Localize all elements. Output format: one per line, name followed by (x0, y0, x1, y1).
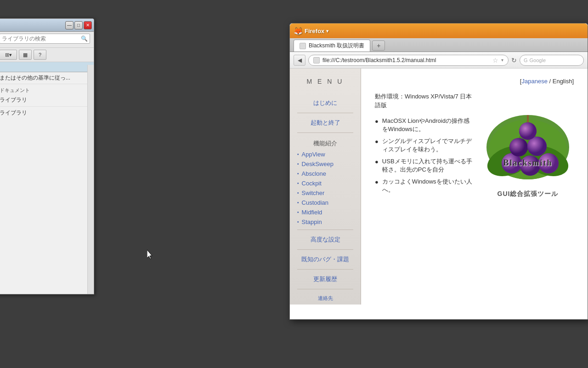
help-button[interactable]: ? (34, 50, 46, 60)
left-criteria-label: またはその他の基準に従っ... (0, 72, 94, 84)
url-bar[interactable]: file:///C:/testroom/Blacksmith1.5.2/manu… (308, 55, 509, 66)
menu-item-custodian[interactable]: • Custodian (290, 198, 361, 207)
firefox-logo-icon: 🦊 (294, 27, 303, 35)
menu-section-features: 機能紹介 (290, 136, 361, 150)
bullet-dot: ● (375, 118, 379, 125)
bullet-icon: • (297, 171, 299, 176)
menu-item-stappin[interactable]: • Stappin (290, 217, 361, 227)
firefox-tab-blacksmith[interactable]: Blacksmith 取扱説明書 (294, 40, 370, 52)
bookmark-star-icon[interactable]: ☆ (492, 57, 498, 64)
bullet-item-0: ● MacOSX LionやAndroidの操作感をWindowsに。 (375, 117, 473, 133)
left-toolbar-row: ⊞▾ ▦ ? (0, 48, 94, 62)
menu-link-start[interactable]: 起動と終了 (290, 116, 361, 130)
search-icon[interactable]: 🔍 (80, 35, 88, 42)
url-dropdown-icon[interactable]: ▾ (501, 58, 503, 63)
menu-divider-2 (297, 132, 353, 133)
left-item1: ライブラリ (0, 95, 94, 105)
firefox-title: 🦊 Firefox ▾ (294, 27, 328, 35)
menu-link-intro[interactable]: はじめに (290, 96, 361, 110)
firefox-main-content: [Japanese / English] (361, 69, 588, 305)
back-button[interactable]: ◀ (294, 55, 305, 66)
logo-subtitle: GUI総合拡張ツール (482, 190, 574, 198)
maximize-button[interactable]: □ (74, 21, 83, 29)
bullet-dot: ● (375, 138, 379, 145)
bullet-dot: ● (375, 158, 379, 165)
divider (0, 106, 90, 107)
bullet-item-1: ● シングルディスプレイでマルチディスプレイを味わう。 (375, 137, 473, 154)
bullet-icon: • (297, 161, 299, 167)
firefox-navbar: ◀ file:///C:/testroom/Blacksmith1.5.2/ma… (290, 52, 588, 69)
bullet-icon: • (297, 219, 299, 224)
firefox-titlebar: 🦊 Firefox ▾ (290, 23, 588, 38)
menu-item-midfield[interactable]: • Midfield (290, 207, 361, 217)
bullet-icon: • (297, 181, 299, 186)
blacksmith-logo: Blacksmith GUI総合拡張ツール (482, 92, 574, 198)
menu-divider-6 (297, 289, 353, 289)
bullet-icon: • (297, 190, 299, 196)
firefox-tabbar: Blacksmith 取扱説明書 + (290, 38, 588, 52)
menu-divider-3 (297, 230, 353, 230)
minimize-button[interactable]: — (65, 21, 74, 29)
search-input[interactable] (2, 35, 80, 42)
search-bar[interactable]: 🔍 (0, 34, 90, 44)
google-icon: G (524, 58, 528, 63)
left-filter-bar (0, 62, 94, 72)
left-window-titlebar: — □ ✕ (0, 19, 94, 32)
menu-divider-4 (297, 249, 353, 250)
menu-item-desksweep[interactable]: • DeskSweep (290, 159, 361, 169)
view-button[interactable]: ▦ (19, 50, 32, 60)
bullet-dot: ● (375, 178, 379, 185)
browser-search-bar[interactable]: G Google (520, 55, 584, 66)
menu-link-advanced[interactable]: 高度な設定 (290, 233, 361, 247)
bullet-icon: • (297, 200, 299, 205)
firefox-window: 🦊 Firefox ▾ Blacksmith 取扱説明書 + ◀ file://… (289, 23, 588, 320)
japanese-link[interactable]: Japanese (521, 78, 547, 85)
svg-point-14 (527, 137, 547, 156)
firefox-content: M E N U はじめに 起動と終了 機能紹介 • AppView • Desk… (290, 69, 588, 305)
menu-item-appview[interactable]: • AppView (290, 150, 361, 159)
refresh-button[interactable]: ↻ (511, 57, 517, 64)
left-item2: ライブラリ (0, 108, 94, 118)
sort-button[interactable]: ⊞▾ (0, 50, 17, 60)
url-text: file:///C:/testroom/Blacksmith1.5.2/manu… (322, 57, 490, 63)
blacksmith-brand-text: Blacksmith (503, 158, 552, 167)
menu-item-absclone[interactable]: • Absclone (290, 169, 361, 178)
left-window: — □ ✕ 🔍 ⊞▾ ▦ ? またはその他の基準に従っ... ドキュメント ライ… (0, 18, 94, 294)
new-tab-button[interactable]: + (372, 40, 385, 51)
language-links: [Japanese / English] (375, 78, 574, 85)
left-scrollbar[interactable] (87, 65, 94, 294)
bullet-icon: • (297, 152, 299, 157)
english-link[interactable]: English (553, 78, 572, 85)
bullet-item-2: ● USBメモリに入れて持ち運べる手軽さ。出先のPCを自分 (375, 157, 473, 174)
tab-favicon (300, 43, 306, 49)
menu-divider-5 (297, 269, 353, 270)
firefox-dropdown-icon[interactable]: ▾ (326, 29, 328, 34)
bullet-icon: • (297, 210, 299, 215)
close-button[interactable]: ✕ (84, 21, 92, 29)
left-window-toolbar: 🔍 (0, 32, 94, 48)
url-favicon-icon (313, 57, 320, 63)
menu-link-history[interactable]: 更新履歴 (290, 272, 361, 286)
search-placeholder-text: Google (530, 58, 546, 63)
svg-point-16 (519, 122, 537, 140)
grapes-svg (482, 92, 574, 184)
firefox-sidebar: M E N U はじめに 起動と終了 機能紹介 • AppView • Desk… (290, 69, 361, 305)
menu-link-bugs[interactable]: 既知のバグ・課題 (290, 253, 361, 266)
menu-item-cockpit[interactable]: • Cockpit (290, 178, 361, 188)
menu-title: M E N U (290, 78, 361, 85)
menu-item-switcher[interactable]: • Switcher (290, 188, 361, 198)
menu-link-contacts[interactable]: 連絡先 (290, 292, 361, 305)
left-section1: ドキュメント (0, 84, 94, 95)
blacksmith-text-overlay: Blacksmith (482, 158, 574, 168)
bullet-item-3: ● カッコよくWindowsを使いたい人へ。 (375, 178, 473, 194)
svg-point-12 (509, 138, 528, 156)
menu-divider-1 (297, 113, 353, 113)
